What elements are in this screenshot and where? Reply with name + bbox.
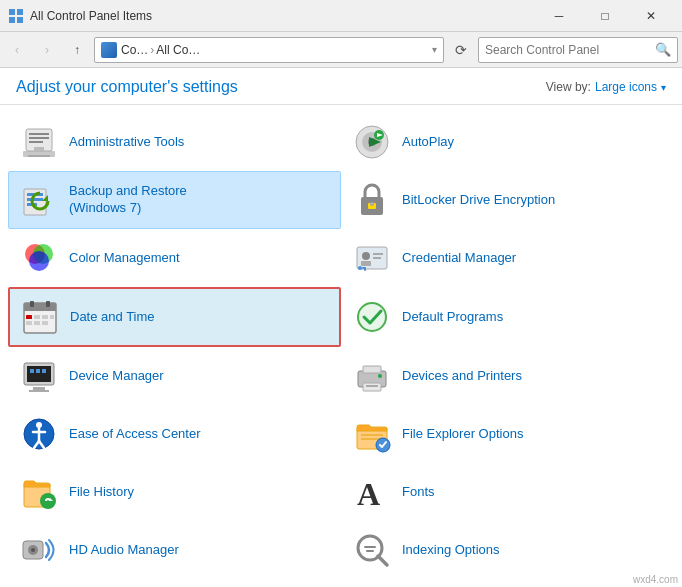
svg-rect-54 xyxy=(36,369,40,373)
view-by-arrow[interactable]: ▾ xyxy=(661,82,666,93)
view-by-value[interactable]: Large icons xyxy=(595,80,657,94)
svg-line-79 xyxy=(378,556,387,565)
item-indexing[interactable]: Indexing Options xyxy=(341,521,674,579)
item-bitlocker[interactable]: BitLocker Drive Encryption xyxy=(341,171,674,229)
item-label-file-history: File History xyxy=(69,484,134,501)
item-icon-admin-tools xyxy=(19,122,59,162)
svg-rect-0 xyxy=(9,9,15,15)
item-hd-audio[interactable]: HD Audio Manager xyxy=(8,521,341,579)
item-devices-printers[interactable]: Devices and Printers xyxy=(341,347,674,405)
svg-rect-57 xyxy=(363,366,381,373)
watermark: wxd4.com xyxy=(633,574,678,585)
search-input[interactable] xyxy=(485,43,655,57)
address-sep: › xyxy=(150,43,154,57)
item-file-history[interactable]: File History xyxy=(8,463,341,521)
svg-point-77 xyxy=(31,548,35,552)
item-label-color-mgmt: Color Management xyxy=(69,250,180,267)
items-grid: Administrative Tools AutoPlay Backup and… xyxy=(0,113,682,587)
svg-point-24 xyxy=(370,202,374,206)
item-backup-restore[interactable]: Backup and Restore (Windows 7) xyxy=(8,171,341,229)
svg-rect-46 xyxy=(42,321,48,325)
item-date-time[interactable]: Date and Time xyxy=(8,287,341,347)
svg-point-33 xyxy=(358,266,362,270)
item-ease-of-access[interactable]: Ease of Access Center xyxy=(8,405,341,463)
svg-point-29 xyxy=(362,252,370,260)
svg-rect-47 xyxy=(50,315,54,319)
close-button[interactable]: ✕ xyxy=(628,0,674,32)
svg-rect-7 xyxy=(29,137,49,139)
item-label-indexing: Indexing Options xyxy=(402,542,500,559)
address-part1: Co… xyxy=(121,43,148,57)
forward-button[interactable]: › xyxy=(34,37,60,63)
item-icon-credential xyxy=(352,238,392,278)
maximize-button[interactable]: □ xyxy=(582,0,628,32)
item-icon-file-history xyxy=(19,472,59,512)
svg-rect-44 xyxy=(34,321,40,325)
item-label-credential: Credential Manager xyxy=(402,250,516,267)
window-title: All Control Panel Items xyxy=(30,9,536,23)
svg-rect-55 xyxy=(42,369,46,373)
svg-rect-3 xyxy=(17,17,23,23)
item-icon-bitlocker xyxy=(352,180,392,220)
address-box[interactable]: Co… › All Co… ▾ xyxy=(94,37,444,63)
page-title: Adjust your computer's settings xyxy=(16,78,238,96)
item-label-date-time: Date and Time xyxy=(70,309,155,326)
svg-rect-1 xyxy=(17,9,23,15)
item-admin-tools[interactable]: Administrative Tools xyxy=(8,113,341,171)
item-fonts[interactable]: A Fonts xyxy=(341,463,674,521)
svg-rect-8 xyxy=(29,141,43,143)
item-autoplay[interactable]: AutoPlay xyxy=(341,113,674,171)
svg-rect-52 xyxy=(29,390,49,392)
item-icon-file-explorer xyxy=(352,414,392,454)
item-color-mgmt[interactable]: Color Management xyxy=(8,229,341,287)
minimize-button[interactable]: ─ xyxy=(536,0,582,32)
item-internet-options[interactable]: Internet Options xyxy=(341,579,674,587)
item-icon-indexing xyxy=(352,530,392,570)
item-label-fonts: Fonts xyxy=(402,484,435,501)
svg-rect-68 xyxy=(361,434,383,436)
item-credential[interactable]: Credential Manager xyxy=(341,229,674,287)
svg-rect-32 xyxy=(373,257,381,259)
item-icon-color-mgmt xyxy=(19,238,59,278)
svg-rect-38 xyxy=(24,307,56,311)
up-button[interactable]: ↑ xyxy=(64,37,90,63)
item-icon-devices-printers xyxy=(352,356,392,396)
item-label-ease-of-access: Ease of Access Center xyxy=(69,426,201,443)
refresh-button[interactable]: ⟳ xyxy=(448,37,474,63)
svg-rect-40 xyxy=(46,301,50,307)
svg-rect-19 xyxy=(27,198,43,201)
item-label-file-explorer: File Explorer Options xyxy=(402,426,523,443)
svg-rect-59 xyxy=(366,385,378,387)
content-header: Adjust your computer's settings View by:… xyxy=(0,68,682,105)
view-by-control: View by: Large icons ▾ xyxy=(546,80,666,94)
item-default-programs[interactable]: Default Programs xyxy=(341,287,674,347)
address-icon xyxy=(101,42,117,58)
svg-rect-6 xyxy=(29,133,49,135)
svg-rect-35 xyxy=(364,267,366,271)
svg-rect-51 xyxy=(33,387,45,390)
item-icon-device-manager xyxy=(19,356,59,396)
svg-rect-80 xyxy=(364,546,376,548)
svg-point-60 xyxy=(378,374,382,378)
item-label-devices-printers: Devices and Printers xyxy=(402,368,522,385)
svg-point-27 xyxy=(29,251,49,271)
svg-rect-53 xyxy=(30,369,34,373)
item-device-manager[interactable]: Device Manager xyxy=(8,347,341,405)
item-icon-fonts: A xyxy=(352,472,392,512)
back-button[interactable]: ‹ xyxy=(4,37,30,63)
items-container[interactable]: Administrative Tools AutoPlay Backup and… xyxy=(0,105,682,587)
svg-point-48 xyxy=(358,303,386,331)
item-intel-graphics[interactable]: Intel Intel® HD Graphics xyxy=(8,579,341,587)
search-box[interactable]: 🔍 xyxy=(478,37,678,63)
item-label-admin-tools: Administrative Tools xyxy=(69,134,184,151)
svg-rect-42 xyxy=(26,321,32,325)
svg-rect-41 xyxy=(26,315,32,319)
item-icon-date-time xyxy=(20,297,60,337)
window-icon xyxy=(8,8,24,24)
svg-rect-81 xyxy=(366,550,374,552)
address-dropdown-icon: ▾ xyxy=(432,44,437,55)
svg-text:A: A xyxy=(357,476,380,511)
item-file-explorer[interactable]: File Explorer Options xyxy=(341,405,674,463)
search-icon: 🔍 xyxy=(655,42,671,57)
item-label-default-programs: Default Programs xyxy=(402,309,503,326)
